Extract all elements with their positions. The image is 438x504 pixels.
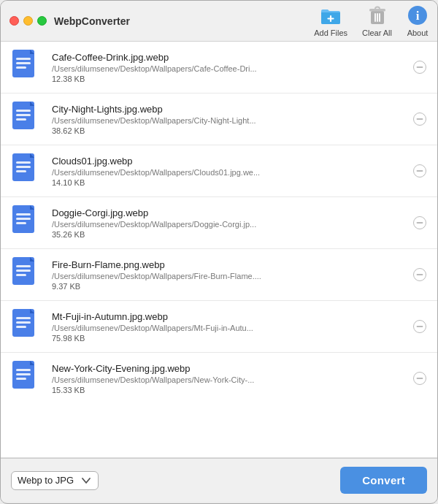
file-info: Fire-Burn-Flame.png.webp /Users/dilumsen… (52, 259, 404, 291)
svg-rect-10 (16, 58, 31, 60)
svg-rect-28 (16, 213, 31, 215)
file-icon (11, 153, 43, 189)
svg-rect-47 (16, 373, 31, 375)
file-name: City-Night-Lights.jpg.webp (52, 104, 404, 115)
file-name: Doggie-Corgi.jpg.webp (52, 207, 404, 218)
app-title: WebpConverter (54, 15, 130, 27)
svg-rect-41 (16, 321, 31, 324)
about-label: About (407, 28, 429, 37)
file-icon (11, 49, 43, 85)
file-name: Fire-Burn-Flame.png.webp (52, 259, 404, 270)
format-select[interactable]: Webp to JPG (11, 471, 99, 490)
add-files-label: Add Files (314, 28, 347, 37)
maximize-button[interactable] (37, 16, 47, 26)
file-list: Cafe-Coffee-Drink.jpg.webp /Users/dilums… (1, 42, 437, 458)
format-select-text: Webp to JPG (18, 475, 77, 486)
clear-all-icon (366, 4, 388, 26)
file-icon (11, 205, 43, 241)
toolbar-buttons: Add Files Clear All (314, 4, 429, 37)
svg-rect-17 (16, 114, 31, 116)
list-item: Doggie-Corgi.jpg.webp /Users/dilumsenev/… (1, 197, 437, 249)
svg-rect-34 (16, 265, 31, 267)
clear-all-label: Clear All (362, 28, 392, 37)
list-item: City-Night-Lights.jpg.webp /Users/dilums… (1, 93, 437, 145)
remove-file-button[interactable] (412, 267, 427, 282)
file-icon (11, 308, 43, 345)
file-name: Clouds01.jpg.webp (52, 156, 404, 167)
close-button[interactable] (9, 16, 19, 26)
file-name: Cafe-Coffee-Drink.jpg.webp (52, 52, 404, 63)
svg-rect-40 (16, 317, 31, 319)
clear-all-button[interactable]: Clear All (362, 4, 392, 37)
svg-rect-23 (16, 166, 31, 168)
add-files-icon (320, 4, 342, 26)
remove-file-button[interactable] (412, 112, 427, 126)
file-size: 12.38 KB (52, 75, 404, 83)
svg-rect-35 (16, 270, 31, 272)
file-size: 75.98 KB (52, 334, 404, 343)
remove-file-button[interactable] (412, 319, 427, 334)
file-path: /Users/dilumsenev/Desktop/Wallpapers/Caf… (52, 64, 404, 73)
about-icon: i (407, 4, 429, 26)
svg-rect-48 (16, 378, 26, 380)
bottom-bar: Webp to JPG Convert (1, 458, 437, 502)
list-item: Clouds01.jpg.webp /Users/dilumsenev/Desk… (1, 145, 437, 197)
list-item: New-York-City-Evening.jpg.webp /Users/di… (1, 353, 437, 404)
list-item: Cafe-Coffee-Drink.jpg.webp /Users/dilums… (1, 42, 437, 93)
file-info: Cafe-Coffee-Drink.jpg.webp /Users/dilums… (52, 52, 404, 83)
file-name: New-York-City-Evening.jpg.webp (52, 363, 404, 374)
file-info: New-York-City-Evening.jpg.webp /Users/di… (52, 363, 404, 394)
file-path: /Users/dilumsenev/Desktop/Wallpapers/Clo… (52, 168, 404, 177)
svg-rect-22 (16, 161, 31, 164)
file-icon (11, 101, 43, 137)
file-path: /Users/dilumsenev/Desktop/Wallpapers/Cit… (52, 116, 404, 125)
svg-rect-12 (16, 66, 26, 69)
svg-rect-11 (16, 62, 31, 64)
svg-rect-42 (16, 326, 26, 328)
file-size: 14.10 KB (52, 178, 404, 187)
file-size: 38.62 KB (52, 126, 404, 135)
file-info: Mt-Fuji-in-Autumn.jpg.webp /Users/dilums… (52, 311, 404, 343)
about-button[interactable]: i About (407, 4, 429, 37)
file-size: 15.33 KB (52, 386, 404, 394)
list-item: Fire-Burn-Flame.png.webp /Users/dilumsen… (1, 249, 437, 301)
remove-file-button[interactable] (412, 371, 427, 386)
convert-button[interactable]: Convert (340, 467, 427, 494)
file-size: 9.37 KB (52, 282, 404, 291)
add-files-button[interactable]: Add Files (314, 4, 347, 37)
svg-rect-30 (16, 222, 26, 224)
svg-rect-18 (16, 118, 26, 121)
svg-rect-29 (16, 218, 31, 220)
remove-file-button[interactable] (412, 164, 427, 178)
file-path: /Users/dilumsenev/Desktop/Wallpapers/New… (52, 375, 404, 384)
file-icon (11, 360, 43, 397)
file-info: City-Night-Lights.jpg.webp /Users/dilums… (52, 104, 404, 135)
svg-rect-16 (16, 110, 31, 112)
svg-rect-3 (369, 9, 385, 12)
svg-text:i: i (416, 9, 420, 23)
file-path: /Users/dilumsenev/Desktop/Wallpapers/Fir… (52, 272, 404, 280)
remove-file-button[interactable] (412, 215, 427, 230)
file-path: /Users/dilumsenev/Desktop/Wallpapers/Mt-… (52, 324, 404, 332)
svg-rect-46 (16, 369, 31, 371)
file-path: /Users/dilumsenev/Desktop/Wallpapers/Dog… (52, 220, 404, 229)
file-info: Doggie-Corgi.jpg.webp /Users/dilumsenev/… (52, 207, 404, 239)
file-info: Clouds01.jpg.webp /Users/dilumsenev/Desk… (52, 156, 404, 187)
traffic-lights (9, 16, 47, 26)
title-bar: WebpConverter Add Files (1, 1, 437, 42)
file-name: Mt-Fuji-in-Autumn.jpg.webp (52, 311, 404, 322)
file-size: 35.26 KB (52, 230, 404, 239)
list-item: Mt-Fuji-in-Autumn.jpg.webp /Users/dilums… (1, 301, 437, 353)
minimize-button[interactable] (23, 16, 33, 26)
remove-file-button[interactable] (412, 60, 427, 75)
svg-rect-24 (16, 170, 26, 172)
svg-rect-36 (16, 274, 26, 276)
chevron-down-icon (80, 475, 92, 486)
file-icon (11, 256, 43, 293)
